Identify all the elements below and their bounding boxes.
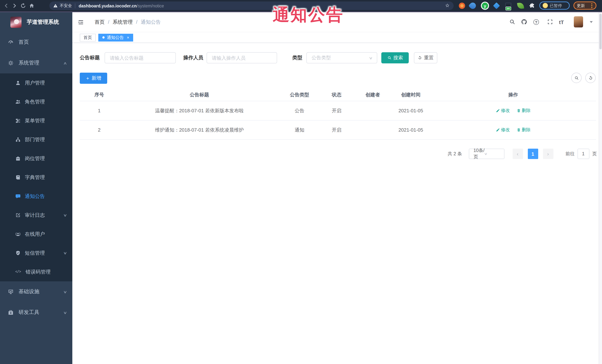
notice-type-select[interactable]: 公告类型 ∨ bbox=[306, 52, 377, 63]
insecure-warning-icon bbox=[53, 3, 58, 8]
sidebar-item-departments[interactable]: 部门管理 bbox=[0, 130, 72, 149]
tab-home[interactable]: 首页 bbox=[80, 33, 96, 41]
online-icon bbox=[15, 231, 21, 237]
status-text: 开启 bbox=[319, 107, 354, 114]
delete-link[interactable]: 删除 bbox=[516, 127, 531, 133]
sidebar-item-audit-log[interactable]: 审计日志 ∨ bbox=[0, 206, 72, 225]
fullscreen-icon[interactable] bbox=[547, 19, 553, 25]
chrome-menu-icon[interactable] bbox=[591, 5, 592, 6]
delete-link[interactable]: 删除 bbox=[516, 107, 531, 114]
table-row: 2 维护通知：2018-07-01 若依系统凌晨维护 通知 开启 2021-01… bbox=[80, 120, 596, 140]
sidebar-toggle-icon[interactable] bbox=[77, 19, 84, 26]
current-page-button[interactable]: 1 bbox=[528, 149, 538, 159]
main-content: 首页 / 系统管理 / 通知公告 ? tT 首页 通知公告 × bbox=[72, 12, 602, 364]
book-icon bbox=[15, 175, 21, 180]
user-icon bbox=[15, 80, 21, 86]
url-path: /system/notice bbox=[137, 3, 164, 8]
font-size-icon[interactable]: tT bbox=[559, 19, 564, 25]
prev-page-button[interactable]: ‹ bbox=[512, 149, 523, 159]
breadcrumb-system[interactable]: 系统管理 bbox=[113, 19, 133, 25]
trash-icon bbox=[516, 128, 521, 132]
sidebar-item-sms[interactable]: 短信管理 ∨ bbox=[0, 244, 72, 262]
search-button[interactable]: 搜索 bbox=[381, 52, 409, 63]
sidebar-item-roles[interactable]: 角色管理 bbox=[0, 92, 72, 111]
sidebar-item-infrastructure[interactable]: 基础设施 ∨ bbox=[0, 281, 72, 302]
notice-title-input[interactable] bbox=[105, 52, 176, 63]
status-text: 开启 bbox=[319, 127, 354, 133]
sidebar-item-menus[interactable]: 菜单管理 bbox=[0, 111, 72, 130]
tab-notice[interactable]: 通知公告 × bbox=[98, 33, 133, 41]
user-avatar[interactable] bbox=[574, 16, 583, 27]
col-actions: 操作 bbox=[430, 92, 596, 98]
extension-blue-icon[interactable] bbox=[468, 1, 477, 10]
header-search-icon[interactable] bbox=[509, 19, 516, 25]
monitor-icon bbox=[8, 289, 14, 295]
users-icon bbox=[15, 99, 21, 104]
sidebar-item-users[interactable]: 用户管理 bbox=[0, 73, 72, 92]
sidebar-item-home[interactable]: 首页 bbox=[0, 32, 72, 53]
add-button[interactable]: 新增 bbox=[80, 73, 107, 84]
refresh-table-button[interactable] bbox=[585, 73, 596, 83]
page-scrollbar[interactable] bbox=[599, 12, 602, 364]
sidebar-item-dev-tools[interactable]: 研发工具 ∨ bbox=[0, 302, 72, 323]
extension-orange-icon[interactable] bbox=[459, 3, 465, 9]
message-icon bbox=[15, 194, 21, 199]
breadcrumb-separator: / bbox=[136, 19, 138, 25]
help-icon[interactable]: ? bbox=[533, 19, 539, 25]
notice-table: 序号 公告标题 公告类型 状态 创建者 创建时间 操作 1 温馨提醒：2018-… bbox=[80, 89, 596, 140]
col-status: 状态 bbox=[319, 92, 354, 98]
breadcrumb-current: 通知公告 bbox=[141, 19, 161, 25]
sidebar-item-system[interactable]: 系统管理 ∧ bbox=[0, 53, 72, 73]
col-creator: 创建者 bbox=[354, 92, 391, 98]
shield-check-icon bbox=[15, 250, 21, 256]
table-header-row: 序号 公告标题 公告类型 状态 创建者 创建时间 操作 bbox=[80, 89, 596, 101]
col-title: 公告标题 bbox=[119, 92, 280, 98]
edit-link[interactable]: 修改 bbox=[496, 127, 510, 133]
goto-page-input[interactable] bbox=[577, 149, 589, 159]
browser-forward-icon[interactable] bbox=[11, 3, 18, 9]
notice-title-label: 公告标题 bbox=[80, 52, 100, 64]
update-label: 更新 bbox=[577, 3, 585, 8]
sidebar-item-notice[interactable]: 通知公告 bbox=[0, 187, 72, 206]
plus-icon bbox=[86, 76, 90, 80]
sidebar-item-online-users[interactable]: 在线用户 bbox=[0, 225, 72, 244]
profile-emoji-avatar bbox=[543, 3, 548, 8]
address-bar[interactable]: 不安全 dashboard.yudao.iocoder.cn /system/n… bbox=[49, 1, 454, 10]
scrollbar-thumb[interactable] bbox=[599, 14, 602, 49]
edit-link[interactable]: 修改 bbox=[496, 107, 510, 114]
avatar-caret-icon[interactable] bbox=[590, 21, 593, 23]
sidebar-item-posts[interactable]: 岗位管理 bbox=[0, 149, 72, 168]
annotation-overlay: 通知公告 bbox=[273, 4, 344, 26]
sidebar-logo[interactable]: 芋道管理系统 bbox=[0, 12, 72, 32]
extension-diamond-icon[interactable] bbox=[493, 2, 500, 9]
next-page-button[interactable]: › bbox=[543, 149, 553, 159]
close-icon[interactable]: × bbox=[127, 35, 129, 40]
extensions-puzzle-icon[interactable] bbox=[529, 3, 535, 9]
sidebar: 芋道管理系统 首页 系统管理 ∧ 用户管理 角色管理 bbox=[0, 12, 72, 364]
bookmark-star-icon[interactable] bbox=[445, 3, 450, 8]
screen: 不安全 dashboard.yudao.iocoder.cn /system/n… bbox=[0, 0, 602, 364]
extension-green-y-icon[interactable]: y bbox=[482, 3, 488, 9]
page-size-select[interactable]: 10条/页 ∨ bbox=[469, 149, 504, 159]
toggle-search-button[interactable] bbox=[571, 73, 582, 83]
profile-paused-badge[interactable]: 已暂停 bbox=[539, 1, 570, 10]
tree-table-icon bbox=[15, 118, 21, 124]
sidebar-item-error-codes[interactable]: </> 错误码管理 bbox=[0, 262, 72, 281]
briefcase-icon bbox=[15, 156, 21, 161]
refresh-icon bbox=[418, 56, 422, 60]
goto-label: 前往 bbox=[565, 151, 575, 157]
breadcrumb-home[interactable]: 首页 bbox=[95, 19, 105, 25]
browser-back-icon[interactable] bbox=[3, 3, 9, 9]
extension-switch-icon[interactable]: on bbox=[505, 3, 512, 9]
browser-reload-icon[interactable] bbox=[20, 3, 26, 9]
browser-home-icon[interactable] bbox=[29, 3, 35, 9]
pagination: 共 2 条 10条/页 ∨ ‹ 1 › 前往 页 bbox=[448, 149, 597, 159]
operator-input[interactable] bbox=[207, 52, 277, 63]
active-tab-dot bbox=[102, 36, 105, 39]
reset-button[interactable]: 重置 bbox=[414, 52, 437, 63]
sidebar-item-dict[interactable]: 字典管理 bbox=[0, 168, 72, 187]
chrome-update-button[interactable]: 更新 bbox=[573, 1, 596, 10]
extension-leaf-icon[interactable] bbox=[517, 2, 524, 9]
chevron-down-icon: ∨ bbox=[63, 213, 67, 217]
github-icon[interactable] bbox=[521, 19, 527, 25]
